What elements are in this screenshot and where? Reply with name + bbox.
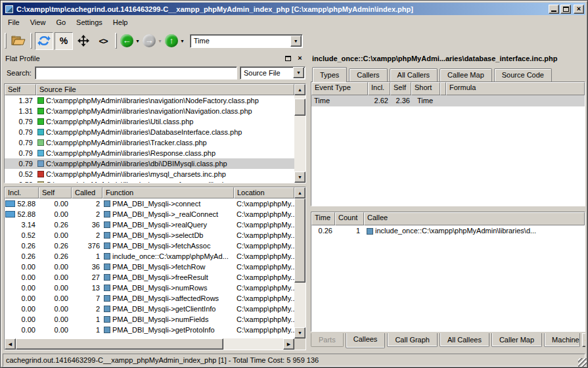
tab[interactable]: All Callees	[440, 333, 489, 347]
tab[interactable]: Parts	[311, 333, 344, 347]
column-header-short[interactable]: Short	[411, 82, 440, 95]
scrollbar-thumb[interactable]	[294, 198, 305, 283]
column-header-event-type[interactable]: Event Type	[311, 82, 368, 95]
table-row[interactable]: 0.79 C:\xampp\phpMyAdmin\libraries\Datab…	[5, 127, 294, 137]
scrollbar-thumb[interactable]	[294, 99, 305, 116]
forward-button[interactable]: →	[143, 34, 156, 47]
menu-item[interactable]: Go	[51, 16, 71, 28]
toolbar-handle[interactable]	[5, 33, 7, 49]
dock-close-button[interactable]: ×	[295, 54, 305, 62]
table-row[interactable]: 0.79 C:\xampp\phpMyAdmin\libraries\dbi\D…	[5, 158, 294, 169]
tab[interactable]: Source Code	[494, 68, 552, 81]
column-header-source-file[interactable]: Source File	[36, 84, 294, 95]
table-row[interactable]: 0.52 0.00 2 PMA_DBI_Mysqli->selectDb C:\…	[5, 230, 294, 241]
scroll-down-button[interactable]: ▼	[294, 327, 305, 338]
scroll-up-button[interactable]: ▲	[294, 187, 305, 198]
tab[interactable]: Callee Map	[440, 68, 492, 81]
maximize-button[interactable]	[560, 5, 571, 14]
column-header-spacer[interactable]	[440, 82, 446, 95]
cycle-detection-button[interactable]	[35, 32, 53, 50]
minimize-button[interactable]	[549, 5, 559, 14]
scrollbar-track[interactable]	[16, 338, 283, 350]
forward-dropdown[interactable]: ▼	[158, 39, 162, 43]
dock-float-button[interactable]	[283, 54, 293, 62]
scroll-down-button[interactable]: ▼	[294, 172, 305, 183]
menu-item[interactable]: View	[25, 16, 51, 28]
percentage-toggle-button[interactable]: %	[55, 32, 73, 50]
function-name: PMA_DBI_Mysqli->numRows	[112, 283, 208, 293]
toolbar-handle[interactable]	[30, 33, 32, 49]
back-button[interactable]: ←	[120, 34, 133, 47]
open-file-button[interactable]	[9, 32, 28, 50]
table-row[interactable]: 0.00 0.00 13 PMA_DBI_Mysqli->numRows C:\…	[5, 283, 294, 293]
table-row[interactable]: 0.00 0.00 1 PMA_DBI_Mysqli->getProtoInfo…	[5, 325, 294, 335]
column-header-self[interactable]: Self	[39, 187, 72, 198]
column-header-function[interactable]: Function	[102, 187, 234, 198]
tab[interactable]: Types	[312, 67, 347, 82]
column-header-time[interactable]: Time	[311, 212, 335, 225]
up-dropdown[interactable]: ▼	[180, 39, 185, 43]
resize-grip[interactable]	[578, 358, 587, 367]
tab[interactable]: Callers	[349, 68, 387, 81]
hide-templates-button[interactable]	[74, 32, 93, 50]
table-row[interactable]: 1.37 C:\xampp\phpMyAdmin\libraries\navig…	[5, 95, 294, 106]
self-value: 0.79	[5, 158, 36, 169]
table-row[interactable]: 0.26 0.26 1 include_once::C:\xampp\phpMy…	[5, 251, 294, 262]
table-row[interactable]: 52.88 0.00 2 PMA_DBI_Mysqli->_realConnec…	[5, 209, 294, 219]
table-row[interactable]: 1.31 C:\xampp\phpMyAdmin\libraries\navig…	[5, 106, 294, 116]
table-row[interactable]: 0.52 C:\xampp\phpMyAdmin\libraries\mysql…	[5, 169, 294, 179]
search-input[interactable]	[35, 66, 237, 80]
incl-cell: 0.26	[5, 251, 39, 262]
scrollbar-track[interactable]	[294, 198, 305, 327]
column-header-callee[interactable]: Callee	[364, 212, 585, 225]
search-row: Search: Source File ▼	[3, 64, 307, 81]
back-dropdown[interactable]: ▼	[135, 39, 140, 43]
column-header-location[interactable]: Location	[234, 187, 294, 198]
scrollbar-track[interactable]	[294, 95, 305, 172]
tab[interactable]: Callees	[346, 333, 386, 348]
table-row[interactable]: 0.26 0.26 376 PMA_DBI_Mysqli->fetchAssoc…	[5, 241, 294, 251]
location-value: C:\xampp\phpMy...	[234, 198, 294, 209]
column-header-incl[interactable]: Incl.	[5, 187, 39, 198]
menu-item[interactable]: File	[3, 16, 25, 28]
group-by-combobox[interactable]: Source File ▼	[240, 66, 305, 80]
table-row[interactable]: 0.79 C:\xampp\phpMyAdmin\libraries\Track…	[5, 137, 294, 148]
scroll-left-button[interactable]: ◀	[5, 338, 16, 350]
table-row[interactable]: Time 2.62 2.36 Time	[311, 95, 585, 106]
tab[interactable]: All Callers	[390, 68, 438, 81]
scrollbar-thumb[interactable]	[16, 338, 223, 350]
scroll-up-button[interactable]: ▲	[294, 84, 305, 95]
column-header-count[interactable]: Count	[335, 212, 364, 225]
combobox-dropdown-button[interactable]: ▼	[290, 35, 302, 47]
event-type-combobox[interactable]: Time ▼	[190, 34, 303, 48]
table-row[interactable]: 52.88 0.00 2 PMA_DBI_Mysqli->connect C:\…	[5, 198, 294, 209]
tab[interactable]: Machine	[544, 333, 580, 347]
toolbar-handle[interactable]	[115, 33, 117, 49]
shorten-templates-button[interactable]: <>	[94, 32, 112, 50]
menu-item[interactable]: Settings	[71, 16, 108, 28]
combobox-dropdown-button[interactable]: ▼	[293, 67, 304, 78]
column-header-formula[interactable]: Formula	[446, 82, 585, 95]
incl-value: 0.26	[22, 251, 35, 262]
table-row[interactable]: 0.00 0.00 1 PMA_DBI_Mysqli->numFields C:…	[5, 314, 294, 325]
table-row[interactable]: 3.14 0.26 36 PMA_DBI_Mysqli->realQuery C…	[5, 219, 294, 230]
close-button[interactable]: ×	[574, 5, 584, 14]
table-row[interactable]: 0.79 C:\xampp\phpMyAdmin\libraries\Util.…	[5, 116, 294, 127]
tab[interactable]: Call Graph	[387, 333, 438, 347]
table-row[interactable]: 0.00 0.00 7 PMA_DBI_Mysqli->affectedRows…	[5, 293, 294, 304]
column-header-self[interactable]: Self	[5, 84, 36, 95]
tab-scroll-left-button[interactable]: ◀	[582, 333, 585, 347]
scroll-right-button[interactable]: ▶	[283, 338, 294, 350]
menu-item[interactable]: Help	[108, 16, 133, 28]
up-button[interactable]: ↑	[165, 34, 178, 47]
table-row[interactable]: 0.79 C:\xampp\phpMyAdmin\libraries\Respo…	[5, 148, 294, 158]
table-row[interactable]: 0.00 0.00 2 PMA_DBI_Mysqli->getClientInf…	[5, 304, 294, 314]
table-row[interactable]: 0.52 C:\xampp\phpMyAdmin\libraries\user_…	[5, 179, 294, 183]
tab[interactable]: Caller Map	[491, 333, 542, 347]
column-header-called[interactable]: Called	[72, 187, 102, 198]
table-row[interactable]: 0.00 0.00 36 PMA_DBI_Mysqli->fetchRow C:…	[5, 262, 294, 272]
table-row[interactable]: 0.00 0.00 27 PMA_DBI_Mysqli->freeResult …	[5, 272, 294, 283]
column-header-self[interactable]: Self	[390, 82, 411, 95]
table-row[interactable]: 0.26 1 include_once::C:\xampp\phpMyAdmin…	[311, 225, 585, 237]
column-header-incl[interactable]: Incl.	[368, 82, 390, 95]
